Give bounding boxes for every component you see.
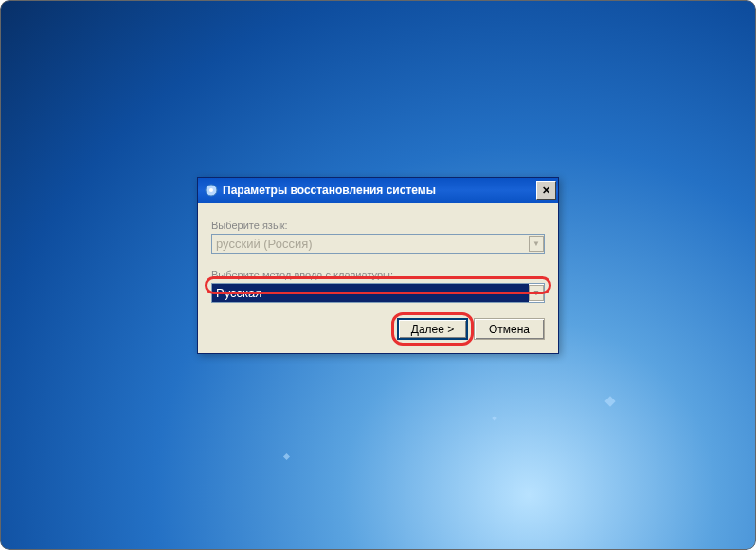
dialog-title: Параметры восстановления системы [223, 184, 536, 197]
titlebar[interactable]: Параметры восстановления системы ✕ [198, 178, 558, 203]
keyboard-combobox[interactable]: Русская ▼ [211, 283, 545, 303]
desktop-background: Параметры восстановления системы ✕ Выбер… [0, 0, 756, 550]
svg-point-1 [209, 188, 213, 192]
next-button[interactable]: Далее > [397, 318, 468, 340]
cd-icon [204, 183, 219, 198]
language-value: русский (Россия) [212, 237, 529, 251]
recovery-options-dialog: Параметры восстановления системы ✕ Выбер… [197, 177, 559, 354]
cancel-button[interactable]: Отмена [474, 318, 545, 340]
chevron-down-icon[interactable]: ▼ [529, 285, 544, 301]
keyboard-label: Выберите метод ввода с клавиатуры: [211, 269, 545, 280]
language-label: Выберите язык: [211, 220, 545, 231]
dialog-content: Выберите язык: русский (Россия) ▼ Выбери… [198, 203, 558, 353]
chevron-down-icon: ▼ [529, 236, 544, 252]
language-combobox: русский (Россия) ▼ [211, 234, 545, 254]
close-button[interactable]: ✕ [536, 181, 556, 200]
close-icon: ✕ [542, 185, 550, 197]
keyboard-value: Русская [212, 284, 529, 302]
button-row: Далее > Отмена [211, 318, 545, 340]
